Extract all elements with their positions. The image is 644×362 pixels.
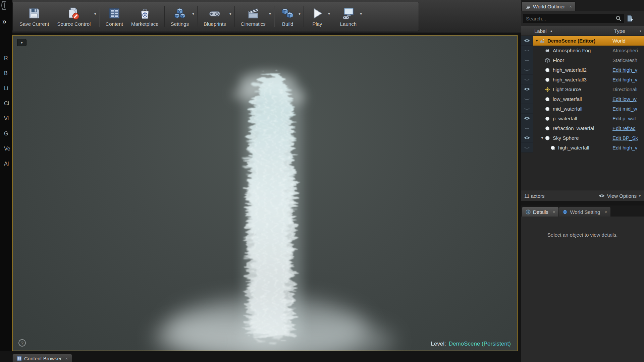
close-icon[interactable]: ×: [553, 209, 555, 215]
cinematics-button[interactable]: Cinematics▾: [237, 3, 272, 29]
dropdown-arrow-icon[interactable]: ▾: [94, 12, 96, 16]
outliner-row[interactable]: FloorStaticMesh: [521, 55, 644, 65]
eye-closed-icon: [524, 77, 530, 81]
play-button[interactable]: Play▾: [306, 3, 331, 29]
unreal-editor-window: » RBLiCiViGVeAl Save CurrentSource Contr…: [0, 0, 644, 362]
actor-edit-link[interactable]: Edit high_v: [612, 145, 644, 150]
viewport-options-button[interactable]: ▾: [17, 39, 26, 46]
column-type[interactable]: Type ▾: [612, 26, 644, 36]
visibility-toggle[interactable]: [521, 114, 533, 123]
outliner-row[interactable]: Light SourceDirectionalL: [521, 84, 644, 94]
modes-tab-2[interactable]: Li: [4, 85, 8, 92]
level-indicator: Level:DemoScene (Persistent): [431, 341, 511, 347]
visibility-toggle[interactable]: [521, 94, 533, 104]
visibility-toggle[interactable]: [521, 46, 533, 55]
toolbar-button-label: Cinematics: [241, 21, 266, 27]
modes-tab-7[interactable]: Al: [4, 161, 9, 167]
content-button[interactable]: Content: [101, 3, 127, 29]
visibility-toggle[interactable]: [521, 133, 533, 143]
outliner-row[interactable]: refraction_waterfalEdit refrac: [521, 123, 644, 133]
visibility-toggle[interactable]: [521, 55, 533, 65]
search-input[interactable]: [523, 14, 624, 23]
outliner-row[interactable]: low_waterfallEdit low_w: [521, 94, 644, 104]
bottom-dock: Content Browser ×: [0, 351, 521, 362]
marketplace-button[interactable]: Marketplace: [127, 3, 163, 29]
source-control-button[interactable]: Source Control▾: [53, 3, 97, 29]
actor-edit-link[interactable]: Edit high_v: [612, 77, 644, 82]
particle-icon: [545, 97, 550, 102]
dropdown-arrow-icon[interactable]: ▾: [192, 12, 194, 16]
details-tab-label: Details: [533, 209, 548, 215]
modes-tab-0[interactable]: R: [4, 55, 8, 61]
outliner-row[interactable]: ▼Sky SphereEdit BP_Sk: [521, 133, 644, 143]
toolbar-separator: [234, 6, 235, 27]
outliner-row[interactable]: high_waterfall2Edit high_v: [521, 65, 644, 75]
visibility-toggle[interactable]: [521, 84, 533, 94]
modes-tab-1[interactable]: B: [4, 70, 8, 76]
visibility-toggle[interactable]: [521, 104, 533, 114]
outliner-row[interactable]: p_waterfallEdit p_wat: [521, 114, 644, 123]
tab-details[interactable]: Details ×: [522, 207, 559, 217]
launch-button[interactable]: Launch▾: [336, 3, 363, 29]
close-icon[interactable]: ×: [570, 4, 572, 9]
toolbar-button-label: Source Control: [57, 21, 91, 27]
expander-arrow-icon[interactable]: ▼: [540, 136, 545, 140]
visibility-toggle[interactable]: [521, 65, 533, 75]
dropdown-arrow-icon[interactable]: ▾: [229, 12, 231, 16]
modes-tab-3[interactable]: Ci: [4, 101, 9, 107]
cinematics-icon: [247, 7, 260, 20]
chevron-down-icon: ▾: [639, 194, 641, 198]
modes-tab-6[interactable]: Ve: [4, 146, 10, 152]
dropdown-arrow-icon[interactable]: ▾: [269, 12, 271, 16]
tab-world-outliner[interactable]: World Outliner ×: [522, 1, 576, 11]
outliner-row[interactable]: ▼DemoScene (Editor)World: [521, 36, 644, 46]
search-filter-add-icon[interactable]: [626, 14, 634, 22]
settings-button[interactable]: Settings▾: [167, 3, 196, 29]
floor-icon: [545, 58, 550, 63]
outliner-row[interactable]: high_waterfallEdit high_v: [521, 143, 644, 153]
expand-panel-icon[interactable]: »: [2, 17, 6, 26]
dropdown-arrow-icon[interactable]: ▾: [299, 12, 301, 16]
column-label[interactable]: Label ▲: [521, 28, 612, 34]
level-name[interactable]: DemoScene (Persistent): [449, 341, 511, 347]
fog-icon: [545, 48, 550, 53]
expander-arrow-icon[interactable]: ▼: [534, 39, 539, 43]
column-type-text: Type: [614, 28, 625, 34]
column-label-text: Label: [534, 28, 547, 34]
view-options-button[interactable]: View Options ▾: [599, 193, 641, 199]
eye-open-icon: [524, 136, 530, 140]
actor-edit-link[interactable]: Edit p_wat: [612, 116, 644, 121]
toolbar-separator: [274, 6, 275, 27]
close-icon[interactable]: ×: [65, 356, 68, 361]
blueprints-button[interactable]: Blueprints▾: [200, 3, 233, 29]
particle-icon: [550, 145, 555, 150]
tab-content-browser[interactable]: Content Browser ×: [12, 354, 72, 362]
close-icon[interactable]: ×: [604, 209, 607, 215]
actor-edit-link[interactable]: Edit refrac: [612, 125, 644, 131]
dropdown-arrow-icon[interactable]: ▾: [328, 12, 330, 16]
visibility-toggle[interactable]: [521, 143, 533, 153]
visibility-toggle[interactable]: [521, 75, 533, 84]
actor-edit-link[interactable]: Edit BP_Sk: [612, 135, 644, 141]
toolbar-separator: [197, 6, 198, 27]
visibility-toggle[interactable]: [521, 123, 533, 133]
level-viewport[interactable]: ▾ ? Level:DemoScene (Persistent): [12, 35, 518, 351]
modes-tab-4[interactable]: Vi: [4, 116, 9, 122]
actor-label: high_waterfall3: [553, 77, 612, 82]
outliner-row[interactable]: mid_waterfallEdit mid_w: [521, 104, 644, 114]
build-button[interactable]: Build▾: [276, 3, 302, 29]
tab-world-settings[interactable]: World Setting ×: [559, 207, 610, 217]
visibility-toggle[interactable]: [521, 36, 533, 46]
eye-closed-icon: [524, 97, 530, 101]
help-icon[interactable]: ?: [18, 339, 26, 347]
outliner-row[interactable]: Atmospheric FogAtmospheri: [521, 46, 644, 55]
actor-edit-link[interactable]: Edit low_w: [612, 96, 644, 102]
save-current-button[interactable]: Save Current: [15, 3, 53, 29]
actor-edit-link[interactable]: Edit high_v: [612, 67, 644, 73]
eye-closed-icon: [524, 68, 530, 72]
column-options-icon[interactable]: ▾: [640, 29, 641, 33]
dropdown-arrow-icon[interactable]: ▾: [360, 12, 362, 16]
outliner-row[interactable]: high_waterfall3Edit high_v: [521, 75, 644, 84]
actor-edit-link[interactable]: Edit mid_w: [612, 106, 644, 112]
modes-tab-5[interactable]: G: [4, 131, 8, 137]
